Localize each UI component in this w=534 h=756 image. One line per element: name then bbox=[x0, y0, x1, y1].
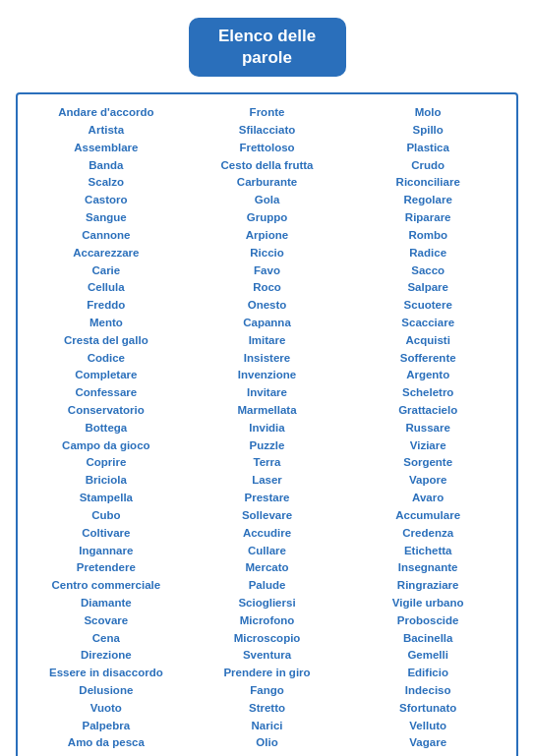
list-item: Gemelli bbox=[407, 647, 448, 665]
list-item: Mento bbox=[89, 315, 123, 332]
list-item: Sfortunato bbox=[399, 700, 456, 718]
list-item: Regolare bbox=[404, 192, 452, 209]
list-item: Gruppo bbox=[247, 209, 288, 227]
list-item: Indeciso bbox=[405, 682, 451, 700]
list-item: Impermeabile bbox=[391, 752, 464, 756]
word-list-container: Andare d'accordoArtistaAssemblareBandaSc… bbox=[16, 92, 518, 756]
list-item: Scalzo bbox=[89, 174, 124, 192]
list-item: Riccio bbox=[250, 245, 284, 262]
list-item: Marmellata bbox=[237, 402, 296, 420]
list-item: Centro commerciale bbox=[52, 577, 161, 595]
list-item: Coltivare bbox=[82, 525, 130, 543]
title-box: Elenco delle parole bbox=[189, 18, 346, 77]
list-item: Sofferente bbox=[400, 350, 456, 368]
title-line1: Elenco delle bbox=[210, 26, 325, 47]
list-item: Accudire bbox=[243, 525, 291, 543]
list-item: Vigile urbano bbox=[392, 595, 464, 612]
list-item: Molo bbox=[415, 104, 442, 122]
list-item: Sollevare bbox=[242, 507, 292, 525]
list-item: Fronte bbox=[250, 104, 285, 122]
list-item: Codice bbox=[88, 350, 125, 368]
list-item: Avaro bbox=[412, 490, 444, 507]
list-item: Sfilacciato bbox=[239, 122, 296, 140]
list-item: Plastica bbox=[406, 140, 448, 157]
list-item: Sciogliersi bbox=[238, 595, 295, 612]
list-item: Stretto bbox=[249, 700, 285, 718]
list-item: Edificio bbox=[407, 665, 448, 682]
list-item: Briciola bbox=[86, 472, 127, 490]
list-item: Credenza bbox=[402, 525, 453, 543]
list-item: Microscopio bbox=[234, 630, 301, 648]
list-item: Prendere in giro bbox=[223, 665, 310, 682]
list-item: Freddo bbox=[87, 297, 125, 315]
list-item: Amo da pesca bbox=[68, 734, 145, 752]
list-item: Carie bbox=[91, 262, 120, 280]
list-item: Spillo bbox=[413, 122, 444, 140]
list-item: Sventura bbox=[243, 647, 291, 665]
list-item: Carne bbox=[90, 752, 123, 756]
list-item: Viziare bbox=[410, 437, 446, 455]
list-item: Riparare bbox=[405, 209, 451, 227]
list-item: Cesto della frutta bbox=[221, 157, 314, 175]
list-item: Argento bbox=[406, 367, 449, 384]
list-item: Bottega bbox=[85, 420, 127, 437]
list-item: Radice bbox=[409, 245, 446, 262]
list-item: Arpione bbox=[246, 227, 288, 245]
list-item: Invitare bbox=[247, 384, 287, 402]
list-item: Completare bbox=[75, 367, 137, 384]
list-item: Proboscide bbox=[397, 612, 459, 630]
list-item: Narici bbox=[252, 718, 283, 735]
columns: Andare d'accordoArtistaAssemblareBandaSc… bbox=[26, 104, 508, 756]
list-item: Bacinella bbox=[403, 630, 453, 648]
list-item: Russare bbox=[405, 420, 449, 437]
column-2: FronteSfilacciatoFrettolosoCesto della f… bbox=[187, 104, 348, 756]
list-item: Cresta del gallo bbox=[64, 332, 148, 350]
list-item: Campo da gioco bbox=[62, 437, 149, 455]
list-item: Diamante bbox=[81, 595, 132, 612]
list-item: Acquisti bbox=[405, 332, 449, 350]
list-item: Cullare bbox=[248, 543, 286, 560]
list-item: Vuoto bbox=[90, 700, 122, 718]
list-item: Scheletro bbox=[402, 384, 453, 402]
list-item: Castoro bbox=[85, 192, 127, 209]
list-item: Inscatolare bbox=[237, 752, 297, 756]
list-item: Ringraziare bbox=[397, 577, 459, 595]
list-item: Etichetta bbox=[404, 543, 452, 560]
list-item: Cellula bbox=[88, 279, 125, 297]
list-item: Puzzle bbox=[250, 437, 285, 455]
list-item: Grattacielo bbox=[398, 402, 457, 420]
list-item: Cubo bbox=[91, 507, 120, 525]
list-item: Insegnante bbox=[398, 559, 458, 577]
list-item: Pretendere bbox=[77, 559, 136, 577]
list-item: Cannone bbox=[82, 227, 130, 245]
list-item: Ingannare bbox=[79, 543, 133, 560]
list-item: Accumulare bbox=[395, 507, 460, 525]
list-item: Rombo bbox=[408, 227, 447, 245]
list-item: Onesto bbox=[248, 297, 287, 315]
list-item: Artista bbox=[89, 122, 124, 140]
list-item: Conservatorio bbox=[68, 402, 145, 420]
list-item: Sacco bbox=[411, 262, 445, 280]
list-item: Banda bbox=[89, 157, 123, 175]
list-item: Favo bbox=[254, 262, 280, 280]
list-item: Assemblare bbox=[74, 140, 138, 157]
list-item: Sangue bbox=[86, 209, 127, 227]
list-item: Mercato bbox=[245, 559, 288, 577]
list-item: Insistere bbox=[244, 350, 290, 368]
list-item: Invenzione bbox=[238, 367, 296, 384]
list-item: Carburante bbox=[237, 174, 297, 192]
list-item: Salpare bbox=[407, 279, 448, 297]
list-item: Microfono bbox=[240, 612, 295, 630]
list-item: Scuotere bbox=[404, 297, 452, 315]
list-item: Invidia bbox=[249, 420, 284, 437]
list-item: Sorgente bbox=[403, 454, 452, 472]
list-item: Direzione bbox=[81, 647, 132, 665]
list-item: Terra bbox=[254, 454, 281, 472]
list-item: Stampella bbox=[80, 490, 133, 507]
list-item: Capanna bbox=[243, 315, 291, 332]
list-item: Laser bbox=[252, 472, 282, 490]
list-item: Accarezzare bbox=[73, 245, 139, 262]
list-item: Vapore bbox=[409, 472, 446, 490]
list-item: Riconciliare bbox=[396, 174, 460, 192]
list-item: Gola bbox=[255, 192, 280, 209]
